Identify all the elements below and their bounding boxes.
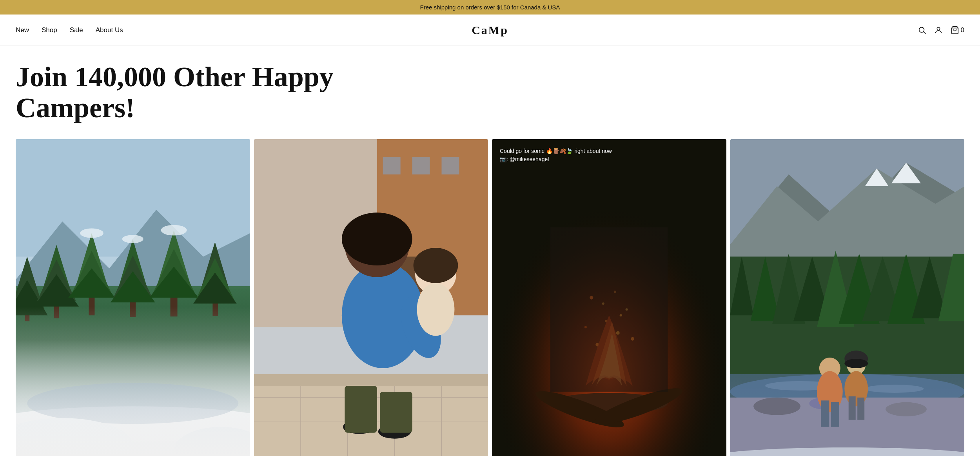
svg-point-38	[174, 427, 250, 456]
nav-item-sale[interactable]: Sale	[70, 26, 83, 34]
svg-rect-107	[821, 401, 829, 427]
nav-item-shop[interactable]: Shop	[42, 26, 57, 34]
nav-item-new[interactable]: New	[16, 26, 29, 34]
photo-card-3[interactable]: Could go for some 🔥🪵🍂🍃 right about now 📷…	[492, 139, 726, 456]
cart-count: 0	[961, 26, 964, 34]
nav-item-about[interactable]: About Us	[96, 26, 123, 34]
svg-rect-108	[831, 402, 839, 427]
photo-3-overlay: Could go for some 🔥🪵🍂🍃 right about now 📷…	[492, 139, 726, 456]
svg-point-59	[413, 248, 458, 283]
svg-rect-9	[25, 304, 29, 322]
svg-rect-7	[16, 421, 250, 456]
nav-right: 0	[918, 26, 964, 35]
hero-title: Join 140,000 Other Happy Campers!	[16, 62, 368, 124]
photo-3-caption: Could go for some 🔥🪵🍂🍃 right about now 📷…	[500, 147, 719, 164]
svg-point-33	[80, 229, 103, 238]
svg-point-111	[844, 359, 868, 368]
svg-point-36	[27, 383, 238, 424]
svg-point-8	[16, 407, 250, 442]
cart-icon[interactable]: 0	[951, 26, 964, 35]
svg-point-100	[865, 385, 924, 393]
svg-rect-113	[848, 396, 855, 420]
svg-point-34	[122, 235, 143, 243]
svg-rect-64	[380, 392, 412, 433]
svg-point-60	[417, 283, 454, 336]
svg-rect-42	[383, 157, 400, 174]
photo-card-4[interactable]	[730, 139, 965, 456]
svg-rect-63	[345, 386, 377, 433]
svg-point-102	[753, 398, 800, 415]
svg-line-1	[924, 32, 926, 34]
photo-card-1[interactable]	[16, 139, 250, 456]
svg-rect-114	[857, 398, 864, 420]
svg-point-37	[16, 418, 133, 456]
photo-grid: Could go for some 🔥🪵🍂🍃 right about now 📷…	[16, 139, 964, 456]
main-content: Join 140,000 Other Happy Campers!	[0, 46, 980, 456]
search-icon[interactable]	[918, 26, 926, 35]
svg-rect-43	[412, 157, 430, 174]
svg-point-35	[161, 225, 187, 236]
photo-card-2[interactable]	[254, 139, 488, 456]
announcement-text: Free shipping on orders over $150 for Ca…	[420, 4, 560, 11]
svg-point-0	[919, 27, 924, 32]
svg-point-103	[886, 402, 927, 416]
nav-left: New Shop Sale About Us	[16, 26, 123, 34]
svg-point-56	[341, 213, 412, 266]
account-icon[interactable]	[934, 26, 943, 35]
header: New Shop Sale About Us CaMp	[0, 15, 980, 46]
announcement-bar: Free shipping on orders over $150 for Ca…	[0, 0, 980, 15]
svg-point-2	[937, 27, 940, 30]
svg-rect-44	[441, 157, 459, 174]
site-logo[interactable]: CaMp	[472, 24, 508, 37]
